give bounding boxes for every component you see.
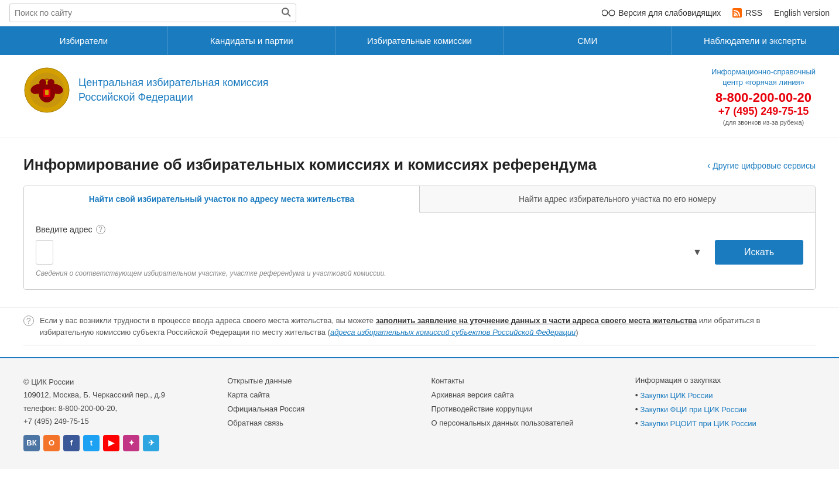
digital-services-link[interactable]: ‹ Другие цифровые сервисы xyxy=(707,160,816,171)
svg-rect-17 xyxy=(53,71,56,73)
search-wrapper xyxy=(9,4,296,22)
tab-by-address[interactable]: Найти свой избирательный участок по адре… xyxy=(24,186,420,213)
svg-line-1 xyxy=(287,13,290,16)
rss-link[interactable]: RSS xyxy=(732,8,762,18)
svg-point-7 xyxy=(734,14,736,16)
tab-by-number[interactable]: Найти адрес избирательного участка по ег… xyxy=(420,186,815,212)
svg-point-3 xyxy=(609,10,615,16)
help-note-icon: ? xyxy=(23,316,34,326)
svg-rect-16 xyxy=(37,71,41,73)
svg-point-15 xyxy=(47,79,54,86)
footer-link-archive[interactable]: Архивная версия сайта xyxy=(432,390,514,399)
social-tg-link[interactable]: ✈ xyxy=(143,435,159,451)
address-input-row: ▼ Искать xyxy=(36,240,803,265)
footer-link-contacts[interactable]: Контакты xyxy=(432,376,464,385)
english-version-link[interactable]: English version xyxy=(774,8,830,18)
hotline-intl-number: +7 (495) 249-75-15 xyxy=(711,105,816,118)
hotline-title: Информационно-справочный центр «горячая … xyxy=(711,67,816,88)
footer-col-procurement: Информация о закупках Закупки ЦИК России… xyxy=(635,376,816,451)
search-input[interactable] xyxy=(15,8,280,18)
search-button[interactable] xyxy=(280,6,291,19)
address-select[interactable] xyxy=(36,240,53,265)
footer: © ЦИК России 109012, Москва, Б. Черкасск… xyxy=(0,357,839,468)
social-tw-link[interactable]: t xyxy=(83,435,100,451)
footer-link-open-data[interactable]: Открытые данные xyxy=(227,376,292,385)
social-vk-link[interactable]: ВК xyxy=(23,435,40,451)
help-note-link1[interactable]: заполнить заявление на уточнение данных … xyxy=(376,316,697,325)
search-submit-button[interactable]: Искать xyxy=(715,240,803,265)
hotline-main-number: 8-800-200-00-20 xyxy=(711,90,816,105)
svg-point-2 xyxy=(602,10,608,16)
hotline-area: Информационно-справочный центр «горячая … xyxy=(711,67,816,126)
top-bar-right: Версия для слабовидящих RSS English vers… xyxy=(602,8,830,18)
page-title: Информирование об избирательных комиссия… xyxy=(23,156,597,174)
footer-link-procurement-fci[interactable]: Закупки ФЦИ при ЦИК России xyxy=(641,405,747,414)
main-content: Информирование об избирательных комиссия… xyxy=(0,138,839,307)
hint-text: Сведения о соответствующем избирательном… xyxy=(36,269,803,277)
logo-area: Центральная избирательная комиссия Росси… xyxy=(23,67,269,114)
org-name-text: Центральная избирательная комиссия Росси… xyxy=(78,76,269,105)
address-select-wrapper: ▼ xyxy=(36,240,709,265)
footer-col-links3: Контакты Архивная версия сайта Противоде… xyxy=(432,376,612,451)
accessibility-link[interactable]: Версия для слабовидящих xyxy=(602,8,721,18)
header-section: Центральная избирательная комиссия Росси… xyxy=(0,55,839,138)
glasses-icon xyxy=(602,9,615,17)
footer-link-feedback[interactable]: Обратная связь xyxy=(227,419,283,427)
svg-rect-19 xyxy=(45,90,49,95)
footer-col-org: © ЦИК России 109012, Москва, Б. Черкасск… xyxy=(23,376,204,451)
social-inst-link[interactable]: ✦ xyxy=(123,435,139,451)
org-logo xyxy=(23,67,70,114)
svg-point-14 xyxy=(39,79,46,86)
footer-link-procurement-rcoit[interactable]: Закупки РЦОИТ при ЦИК России xyxy=(641,419,756,428)
rss-icon xyxy=(732,8,742,18)
tabs-header: Найти свой избирательный участок по адре… xyxy=(24,186,815,213)
nav-bar: Избиратели Кандидаты и партии Избиратель… xyxy=(0,26,839,55)
footer-org-info: © ЦИК России 109012, Москва, Б. Черкасск… xyxy=(23,376,204,427)
footer-link-personal-data[interactable]: О персональных данных пользователей xyxy=(432,419,574,427)
hotline-note: (для звонков из-за рубежа) xyxy=(711,119,816,126)
social-ok-link[interactable]: О xyxy=(43,435,60,451)
help-note-section: ? Если у вас возникли трудности в процес… xyxy=(0,307,839,345)
nav-item-commissions[interactable]: Избирательные комиссии xyxy=(336,26,504,55)
address-label-row: Введите адрес ? xyxy=(36,225,803,234)
footer-link-official-russia[interactable]: Официальная Россия xyxy=(227,404,304,413)
social-yt-link[interactable]: ▶ xyxy=(103,435,119,451)
footer-col-links2: Открытые данные Карта сайта Официальная … xyxy=(227,376,407,451)
help-note-link2[interactable]: адреса избирательных комиссий субъектов … xyxy=(330,328,576,337)
footer-inner: © ЦИК России 109012, Москва, Б. Черкасск… xyxy=(23,376,816,451)
nav-item-observers[interactable]: Наблюдатели и эксперты xyxy=(672,26,839,55)
footer-procurement-links: Закупки ЦИК России Закупки ФЦИ при ЦИК Р… xyxy=(635,390,816,428)
help-note-text: Если у вас возникли трудности в процессе… xyxy=(40,315,816,338)
footer-links-col3: Контакты Архивная версия сайта Противоде… xyxy=(432,376,612,427)
footer-link-sitemap[interactable]: Карта сайта xyxy=(227,390,269,399)
top-bar: Версия для слабовидящих RSS English vers… xyxy=(0,0,839,26)
footer-link-anti-corruption[interactable]: Противодействие коррупции xyxy=(432,404,533,413)
tabs-wrapper: Найти свой избирательный участок по адре… xyxy=(23,186,816,290)
chevron-left-icon: ‹ xyxy=(707,160,710,171)
nav-item-media[interactable]: СМИ xyxy=(504,26,672,55)
address-help-icon[interactable]: ? xyxy=(96,225,105,234)
footer-procurement-title: Информация о закупках xyxy=(635,376,816,385)
nav-item-voters[interactable]: Избиратели xyxy=(0,26,168,55)
footer-link-procurement-cik[interactable]: Закупки ЦИК России xyxy=(641,391,713,400)
social-fb-link[interactable]: f xyxy=(63,435,80,451)
chevron-down-icon: ▼ xyxy=(693,247,702,258)
footer-social-links: ВК О f t ▶ ✦ ✈ xyxy=(23,435,204,451)
tab-content-address: Введите адрес ? ▼ Искать Сведения о соот… xyxy=(24,213,815,289)
nav-item-candidates[interactable]: Кандидаты и партии xyxy=(168,26,336,55)
footer-links-col2: Открытые данные Карта сайта Официальная … xyxy=(227,376,407,427)
divider xyxy=(23,345,816,345)
